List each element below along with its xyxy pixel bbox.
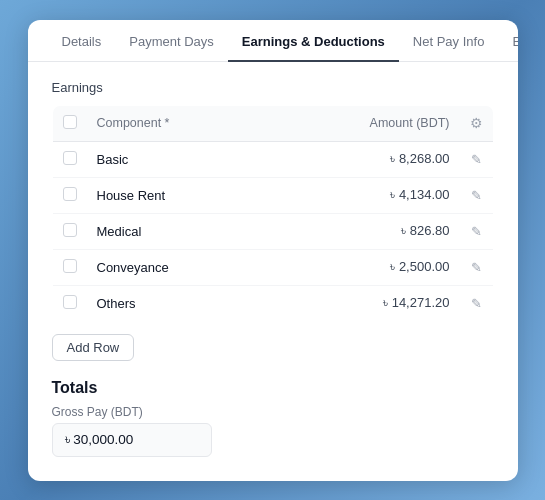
- gross-pay-label: Gross Pay (BDT): [52, 405, 494, 419]
- main-card: Details Payment Days Earnings & Deductio…: [28, 20, 518, 481]
- row-edit-conveyance: ✎: [460, 249, 494, 285]
- taka-symbol: ৳: [65, 432, 70, 447]
- row-component-conveyance: Conveyance: [87, 249, 267, 285]
- gross-pay-value: ৳ 30,000.00: [52, 423, 212, 457]
- row-component-others: Others: [87, 285, 267, 321]
- row-checkbox-medical[interactable]: [63, 223, 77, 237]
- table-row: Basic ৳ 8,268.00 ✎: [52, 141, 493, 177]
- tab-payment-days[interactable]: Payment Days: [115, 20, 228, 61]
- select-all-checkbox[interactable]: [63, 115, 77, 129]
- component-header: Component *: [87, 105, 267, 141]
- row-edit-house-rent: ✎: [460, 177, 494, 213]
- edit-icon-house-rent[interactable]: ✎: [471, 188, 482, 203]
- taka-symbol: ৳: [383, 295, 388, 310]
- row-amount-others: ৳ 14,271.20: [266, 285, 459, 321]
- row-checkbox-others[interactable]: [63, 295, 77, 309]
- taka-symbol: ৳: [390, 151, 395, 166]
- taka-symbol: ৳: [390, 187, 395, 202]
- row-component-medical: Medical: [87, 213, 267, 249]
- tab-details[interactable]: Details: [48, 20, 116, 61]
- earnings-section-label: Earnings: [52, 80, 494, 95]
- row-checkbox-house-rent[interactable]: [63, 187, 77, 201]
- tab-earnings-deductions[interactable]: Earnings & Deductions: [228, 20, 399, 61]
- row-edit-medical: ✎: [460, 213, 494, 249]
- row-checkbox-basic[interactable]: [63, 151, 77, 165]
- tab-bar: Details Payment Days Earnings & Deductio…: [28, 20, 518, 62]
- row-checkbox-cell: [52, 213, 87, 249]
- row-checkbox-cell: [52, 249, 87, 285]
- earnings-table: Component * Amount (BDT) ⚙ Basic ৳ 8,268…: [52, 105, 494, 322]
- table-row: Conveyance ৳ 2,500.00 ✎: [52, 249, 493, 285]
- row-checkbox-cell: [52, 177, 87, 213]
- row-component-basic: Basic: [87, 141, 267, 177]
- totals-section: Totals Gross Pay (BDT) ৳ 30,000.00: [52, 379, 494, 457]
- taka-symbol: ৳: [390, 259, 395, 274]
- row-edit-others: ✎: [460, 285, 494, 321]
- add-row-button[interactable]: Add Row: [52, 334, 135, 361]
- row-edit-basic: ✎: [460, 141, 494, 177]
- row-amount-medical: ৳ 826.80: [266, 213, 459, 249]
- edit-icon-basic[interactable]: ✎: [471, 152, 482, 167]
- gross-pay-amount: 30,000.00: [73, 432, 133, 447]
- row-amount-basic: ৳ 8,268.00: [266, 141, 459, 177]
- row-amount-conveyance: ৳ 2,500.00: [266, 249, 459, 285]
- settings-icon[interactable]: ⚙: [470, 115, 483, 131]
- table-row: Others ৳ 14,271.20 ✎: [52, 285, 493, 321]
- content-area: Earnings Component * Amount (BDT) ⚙: [28, 62, 518, 481]
- row-checkbox-cell: [52, 285, 87, 321]
- tab-b[interactable]: B: [498, 20, 517, 61]
- row-checkbox-conveyance[interactable]: [63, 259, 77, 273]
- edit-icon-others[interactable]: ✎: [471, 296, 482, 311]
- settings-header: ⚙: [460, 105, 494, 141]
- table-row: Medical ৳ 826.80 ✎: [52, 213, 493, 249]
- amount-header: Amount (BDT): [266, 105, 459, 141]
- row-amount-house-rent: ৳ 4,134.00: [266, 177, 459, 213]
- tab-net-pay-info[interactable]: Net Pay Info: [399, 20, 499, 61]
- row-checkbox-cell: [52, 141, 87, 177]
- edit-icon-conveyance[interactable]: ✎: [471, 260, 482, 275]
- totals-title: Totals: [52, 379, 494, 397]
- select-all-header: [52, 105, 87, 141]
- table-row: House Rent ৳ 4,134.00 ✎: [52, 177, 493, 213]
- edit-icon-medical[interactable]: ✎: [471, 224, 482, 239]
- taka-symbol: ৳: [401, 223, 406, 238]
- row-component-house-rent: House Rent: [87, 177, 267, 213]
